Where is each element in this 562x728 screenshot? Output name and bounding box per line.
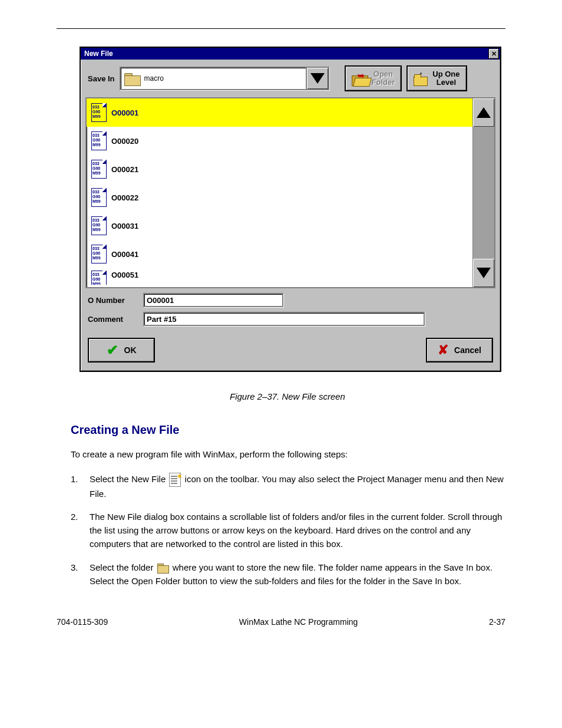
new-file-icon: ✶ bbox=[169, 473, 181, 487]
list-item[interactable]: 033 G90 M99 O00020 bbox=[87, 127, 472, 155]
list-item[interactable]: 033 G90 M99 O00031 bbox=[87, 212, 472, 240]
x-icon: ✘ bbox=[438, 342, 448, 358]
program-file-icon: 033 G90 M99 bbox=[91, 216, 107, 235]
file-list[interactable]: 033 G90 M99 O00001 033 G90 M99 O00020 03… bbox=[87, 98, 472, 287]
footer-left: 704-0115-309 bbox=[57, 617, 108, 627]
chevron-down-icon bbox=[477, 268, 491, 278]
scroll-track[interactable] bbox=[473, 127, 494, 259]
section-heading: Creating a New File bbox=[71, 421, 504, 439]
dialog-title: New File bbox=[84, 50, 113, 58]
list-item[interactable]: 033 G90 M99 O00001 bbox=[87, 98, 472, 127]
scrollbar[interactable] bbox=[472, 98, 494, 287]
figure-caption: Figure 2–37. New File screen bbox=[71, 390, 504, 403]
open-folder-button[interactable]: ➥ Open Folder bbox=[345, 65, 402, 91]
save-in-combo[interactable]: macro bbox=[120, 67, 329, 90]
onumber-row: O Number bbox=[81, 288, 500, 307]
comment-input[interactable] bbox=[143, 312, 425, 326]
step-3: 3. Select the folder where you want to s… bbox=[71, 561, 504, 588]
top-rule bbox=[57, 28, 505, 29]
step-2: 2. The New File dialog box contains a sc… bbox=[71, 510, 504, 551]
list-item[interactable]: 033 G90 M99 O00051 bbox=[87, 268, 472, 285]
save-in-dropdown-button[interactable] bbox=[306, 68, 328, 89]
program-file-icon: 033 G90 M99 bbox=[91, 160, 107, 179]
program-file-icon: 033 G90 M99 bbox=[91, 131, 107, 150]
program-file-icon: 033 G90 M99 bbox=[91, 271, 107, 285]
comment-row: Comment bbox=[81, 307, 500, 326]
dialog-button-row: ✔ OK ✘ Cancel bbox=[81, 326, 500, 371]
comment-label: Comment bbox=[88, 315, 138, 324]
chevron-up-icon bbox=[477, 107, 491, 118]
onumber-input[interactable] bbox=[143, 293, 283, 307]
folder-icon bbox=[157, 564, 169, 573]
close-icon[interactable]: ✕ bbox=[488, 48, 499, 59]
new-file-dialog: New File ✕ Save In macro ➥ Open Folder bbox=[80, 47, 501, 372]
ok-button[interactable]: ✔ OK bbox=[88, 338, 155, 363]
dialog-toolbar: Save In macro ➥ Open Folder ↑ bbox=[81, 60, 500, 97]
up-one-level-button[interactable]: ↑ Up One Level bbox=[406, 65, 467, 91]
folder-open-icon: ➥ bbox=[352, 72, 368, 85]
folder-icon bbox=[124, 72, 141, 85]
document-body: Figure 2–37. New File screen Creating a … bbox=[71, 390, 504, 588]
list-item[interactable]: 033 G90 M99 O00022 bbox=[87, 183, 472, 212]
program-file-icon: 033 G90 M99 bbox=[91, 245, 107, 263]
intro-text: To create a new program file with WinMax… bbox=[71, 447, 504, 461]
onumber-label: O Number bbox=[88, 296, 138, 305]
scroll-up-button[interactable] bbox=[473, 98, 494, 127]
program-file-icon: 033 G90 M99 bbox=[91, 188, 107, 207]
list-item[interactable]: 033 G90 M99 O00021 bbox=[87, 155, 472, 183]
list-item[interactable]: 033 G90 M99 O00041 bbox=[87, 240, 472, 268]
page-footer: 704-0115-309 WinMax Lathe NC Programming… bbox=[0, 617, 562, 627]
save-in-label: Save In bbox=[88, 74, 115, 83]
cancel-button[interactable]: ✘ Cancel bbox=[426, 338, 493, 363]
step-1: 1. Select the New File ✶ icon on the too… bbox=[71, 472, 504, 500]
file-list-container: 033 G90 M99 O00001 033 G90 M99 O00020 03… bbox=[85, 97, 495, 288]
chevron-down-icon bbox=[310, 73, 325, 84]
scroll-down-button[interactable] bbox=[473, 259, 494, 287]
save-in-value: macro bbox=[144, 74, 306, 83]
footer-right: 2-37 bbox=[489, 617, 505, 627]
dialog-titlebar: New File ✕ bbox=[81, 48, 500, 60]
program-file-icon: 033 G90 M99 bbox=[91, 103, 107, 122]
up-folder-icon: ↑ bbox=[414, 71, 429, 86]
footer-center: WinMax Lathe NC Programming bbox=[239, 617, 358, 627]
check-icon: ✔ bbox=[107, 342, 118, 358]
